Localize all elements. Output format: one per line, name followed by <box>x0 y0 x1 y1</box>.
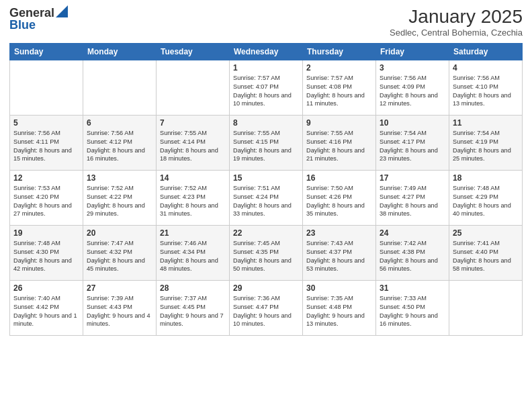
table-row: 1Sunrise: 7:57 AM Sunset: 4:07 PM Daylig… <box>230 60 303 115</box>
table-row: 25Sunrise: 7:41 AM Sunset: 4:40 PM Dayli… <box>449 225 523 280</box>
day-number: 10 <box>380 118 445 128</box>
title-section: January 2025 Sedlec, Central Bohemia, Cz… <box>390 7 523 38</box>
table-row: 10Sunrise: 7:54 AM Sunset: 4:17 PM Dayli… <box>376 115 449 170</box>
table-row: 26Sunrise: 7:40 AM Sunset: 4:42 PM Dayli… <box>10 280 83 335</box>
day-number: 11 <box>453 118 519 128</box>
day-info: Sunrise: 7:48 AM Sunset: 4:29 PM Dayligh… <box>453 184 519 219</box>
day-number: 8 <box>233 118 299 128</box>
day-info: Sunrise: 7:56 AM Sunset: 4:11 PM Dayligh… <box>13 129 79 164</box>
table-row: 18Sunrise: 7:48 AM Sunset: 4:29 PM Dayli… <box>449 170 523 225</box>
day-number: 5 <box>13 118 79 128</box>
day-info: Sunrise: 7:35 AM Sunset: 4:48 PM Dayligh… <box>306 294 372 329</box>
table-row: 3Sunrise: 7:56 AM Sunset: 4:09 PM Daylig… <box>376 60 449 115</box>
header-sunday: Sunday <box>10 43 83 60</box>
day-info: Sunrise: 7:54 AM Sunset: 4:19 PM Dayligh… <box>453 129 519 164</box>
day-info: Sunrise: 7:47 AM Sunset: 4:32 PM Dayligh… <box>87 239 152 274</box>
day-info: Sunrise: 7:36 AM Sunset: 4:47 PM Dayligh… <box>233 294 299 329</box>
day-number: 29 <box>233 283 299 293</box>
header-tuesday: Tuesday <box>157 43 230 60</box>
day-info: Sunrise: 7:56 AM Sunset: 4:12 PM Dayligh… <box>87 129 152 164</box>
month-title: January 2025 <box>390 7 523 28</box>
day-number: 15 <box>233 173 299 183</box>
table-row: 24Sunrise: 7:42 AM Sunset: 4:38 PM Dayli… <box>376 225 449 280</box>
table-row: 21Sunrise: 7:46 AM Sunset: 4:34 PM Dayli… <box>157 225 230 280</box>
day-info: Sunrise: 7:54 AM Sunset: 4:17 PM Dayligh… <box>380 129 445 164</box>
day-number: 18 <box>453 173 519 183</box>
day-info: Sunrise: 7:42 AM Sunset: 4:38 PM Dayligh… <box>380 239 445 274</box>
day-number: 17 <box>380 173 445 183</box>
day-number: 25 <box>453 228 519 238</box>
day-number: 31 <box>380 283 445 293</box>
day-number: 24 <box>380 228 445 238</box>
day-number: 6 <box>87 118 152 128</box>
day-info: Sunrise: 7:55 AM Sunset: 4:14 PM Dayligh… <box>160 129 226 164</box>
day-info: Sunrise: 7:33 AM Sunset: 4:50 PM Dayligh… <box>380 294 445 329</box>
logo: General Blue <box>9 7 68 31</box>
table-row: 20Sunrise: 7:47 AM Sunset: 4:32 PM Dayli… <box>83 225 157 280</box>
day-number: 3 <box>380 63 445 73</box>
svg-marker-0 <box>56 5 68 17</box>
calendar-week-3: 12Sunrise: 7:53 AM Sunset: 4:20 PM Dayli… <box>10 170 523 225</box>
table-row: 19Sunrise: 7:48 AM Sunset: 4:30 PM Dayli… <box>10 225 83 280</box>
table-row: 12Sunrise: 7:53 AM Sunset: 4:20 PM Dayli… <box>10 170 83 225</box>
day-info: Sunrise: 7:46 AM Sunset: 4:34 PM Dayligh… <box>160 239 226 274</box>
day-info: Sunrise: 7:45 AM Sunset: 4:35 PM Dayligh… <box>233 239 299 274</box>
header-saturday: Saturday <box>449 43 523 60</box>
table-row: 27Sunrise: 7:39 AM Sunset: 4:43 PM Dayli… <box>83 280 157 335</box>
table-row: 15Sunrise: 7:51 AM Sunset: 4:24 PM Dayli… <box>230 170 303 225</box>
table-row: 13Sunrise: 7:52 AM Sunset: 4:22 PM Dayli… <box>83 170 157 225</box>
table-row: 2Sunrise: 7:57 AM Sunset: 4:08 PM Daylig… <box>303 60 376 115</box>
logo-icon <box>56 5 68 17</box>
table-row: 29Sunrise: 7:36 AM Sunset: 4:47 PM Dayli… <box>230 280 303 335</box>
day-info: Sunrise: 7:39 AM Sunset: 4:43 PM Dayligh… <box>87 294 152 329</box>
day-info: Sunrise: 7:50 AM Sunset: 4:26 PM Dayligh… <box>306 184 372 219</box>
table-row: 6Sunrise: 7:56 AM Sunset: 4:12 PM Daylig… <box>83 115 157 170</box>
calendar-week-5: 26Sunrise: 7:40 AM Sunset: 4:42 PM Dayli… <box>10 280 523 335</box>
day-number: 20 <box>87 228 152 238</box>
calendar-week-2: 5Sunrise: 7:56 AM Sunset: 4:11 PM Daylig… <box>10 115 523 170</box>
table-row: 30Sunrise: 7:35 AM Sunset: 4:48 PM Dayli… <box>303 280 376 335</box>
table-row: 9Sunrise: 7:55 AM Sunset: 4:16 PM Daylig… <box>303 115 376 170</box>
table-row: 8Sunrise: 7:55 AM Sunset: 4:15 PM Daylig… <box>230 115 303 170</box>
table-row: 14Sunrise: 7:52 AM Sunset: 4:23 PM Dayli… <box>157 170 230 225</box>
day-info: Sunrise: 7:51 AM Sunset: 4:24 PM Dayligh… <box>233 184 299 219</box>
day-number: 19 <box>13 228 79 238</box>
table-row <box>10 60 83 115</box>
table-row: 11Sunrise: 7:54 AM Sunset: 4:19 PM Dayli… <box>449 115 523 170</box>
table-row <box>83 60 157 115</box>
day-info: Sunrise: 7:37 AM Sunset: 4:45 PM Dayligh… <box>160 294 226 329</box>
calendar-table: Sunday Monday Tuesday Wednesday Thursday… <box>9 43 523 336</box>
day-number: 30 <box>306 283 372 293</box>
table-row: 23Sunrise: 7:43 AM Sunset: 4:37 PM Dayli… <box>303 225 376 280</box>
day-number: 7 <box>160 118 226 128</box>
table-row: 16Sunrise: 7:50 AM Sunset: 4:26 PM Dayli… <box>303 170 376 225</box>
day-number: 28 <box>160 283 226 293</box>
location: Sedlec, Central Bohemia, Czechia <box>390 28 523 38</box>
table-row <box>449 280 523 335</box>
day-info: Sunrise: 7:53 AM Sunset: 4:20 PM Dayligh… <box>13 184 79 219</box>
day-number: 13 <box>87 173 152 183</box>
day-number: 14 <box>160 173 226 183</box>
header-wednesday: Wednesday <box>230 43 303 60</box>
day-info: Sunrise: 7:43 AM Sunset: 4:37 PM Dayligh… <box>306 239 372 274</box>
day-number: 2 <box>306 63 372 73</box>
day-number: 27 <box>87 283 152 293</box>
table-row: 5Sunrise: 7:56 AM Sunset: 4:11 PM Daylig… <box>10 115 83 170</box>
day-number: 16 <box>306 173 372 183</box>
logo-general-text: General <box>9 7 54 19</box>
day-number: 9 <box>306 118 372 128</box>
calendar-week-4: 19Sunrise: 7:48 AM Sunset: 4:30 PM Dayli… <box>10 225 523 280</box>
day-info: Sunrise: 7:56 AM Sunset: 4:10 PM Dayligh… <box>453 74 519 109</box>
table-row: 4Sunrise: 7:56 AM Sunset: 4:10 PM Daylig… <box>449 60 523 115</box>
table-row: 31Sunrise: 7:33 AM Sunset: 4:50 PM Dayli… <box>376 280 449 335</box>
day-number: 1 <box>233 63 299 73</box>
day-info: Sunrise: 7:40 AM Sunset: 4:42 PM Dayligh… <box>13 294 79 329</box>
day-info: Sunrise: 7:48 AM Sunset: 4:30 PM Dayligh… <box>13 239 79 274</box>
table-row: 22Sunrise: 7:45 AM Sunset: 4:35 PM Dayli… <box>230 225 303 280</box>
page-container: General Blue January 2025 Sedlec, Centra… <box>0 0 532 341</box>
day-info: Sunrise: 7:57 AM Sunset: 4:08 PM Dayligh… <box>306 74 372 109</box>
header-thursday: Thursday <box>303 43 376 60</box>
day-info: Sunrise: 7:52 AM Sunset: 4:22 PM Dayligh… <box>87 184 152 219</box>
table-row: 28Sunrise: 7:37 AM Sunset: 4:45 PM Dayli… <box>157 280 230 335</box>
table-row <box>157 60 230 115</box>
